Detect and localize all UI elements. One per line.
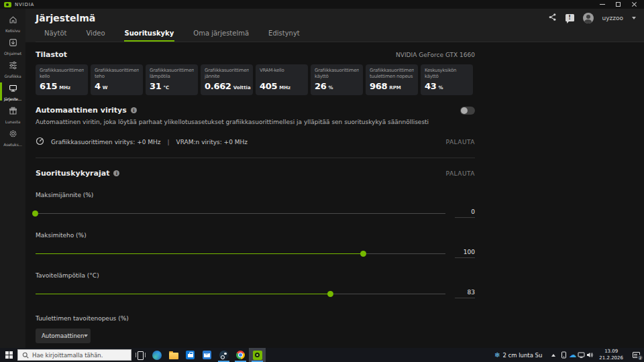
drivers-icon (9, 37, 17, 50)
gpu-name: NVIDIA GeForce GTX 1660 (396, 52, 475, 58)
sidebar-item-drivers[interactable]: Ohjaimet (0, 35, 25, 57)
taskbar-app-nvidia[interactable] (249, 348, 266, 362)
taskbar-app-mail[interactable] (199, 348, 215, 362)
max-power-label: Maksimiteho (%) (36, 232, 475, 239)
taskbar-app-steam[interactable] (215, 348, 232, 362)
clock-time: 13.09 (599, 349, 623, 355)
avatar[interactable] (583, 13, 594, 23)
steam-icon (219, 351, 229, 360)
max-power-slider[interactable] (36, 251, 445, 257)
notification-center-button[interactable]: 2 (628, 348, 644, 362)
auto-tune-toggle[interactable] (460, 107, 475, 115)
auto-tune-title: Automaattinen viritys (36, 106, 127, 115)
home-icon (9, 14, 17, 27)
task-view-button[interactable] (131, 348, 148, 362)
username[interactable]: uyzzoo (602, 15, 624, 21)
taskbar-clock[interactable]: 13.09 21.2.2026 (594, 349, 628, 361)
slider-fill (36, 253, 364, 255)
tray-onedrive-button[interactable] (568, 348, 577, 362)
windows-taskbar: 2 cm lunta Su 13.09 21.2.2026 2 (0, 348, 644, 362)
gift-icon (9, 105, 17, 118)
target-temp-label: Tavoitelämpötila (°C) (36, 272, 475, 279)
stat-card-vram-clock: VRAM-kello 405MHz (256, 64, 308, 95)
minimize-icon[interactable] (600, 4, 605, 5)
window-titlebar: NVIDIA (0, 0, 644, 9)
page-title: Järjestelmä (36, 13, 95, 23)
gauge-icon (36, 137, 44, 147)
max-power-value[interactable]: 100 (455, 249, 475, 258)
toggle-knob (461, 107, 468, 114)
target-temp-value[interactable]: 83 (455, 289, 475, 298)
restore-icon[interactable] (616, 2, 621, 7)
task-view-icon (136, 351, 144, 359)
tray-overflow-button[interactable] (547, 348, 559, 362)
taskbar-app-chrome[interactable] (232, 348, 249, 362)
max-voltage-label: Maksimijännite (%) (36, 192, 475, 198)
folder-icon (169, 353, 178, 359)
fan-speed-dropdown[interactable]: Automaattinen (36, 328, 91, 343)
taskbar-app-edge[interactable] (148, 348, 165, 362)
slider-handle[interactable] (32, 210, 38, 217)
tab-advanced[interactable]: Edistynyt (268, 29, 301, 42)
stat-card-gpu-power: Grafiikkasuorittimen teho 4W (91, 64, 143, 95)
stat-card-gpu-usage: Grafiikkasuorittimen käyttö 26% (311, 64, 363, 95)
tab-my-system[interactable]: Oma järjestelmä (193, 29, 250, 42)
system-monitor-icon (9, 82, 17, 95)
info-icon[interactable] (113, 170, 119, 176)
system-tray: 2 cm lunta Su 13.09 21.2.2026 2 (489, 348, 644, 362)
sidebar-item-graphics[interactable]: Grafiikka (0, 58, 25, 80)
weather-widget[interactable]: 2 cm lunta Su (489, 348, 547, 362)
taskbar-search[interactable] (17, 349, 131, 361)
tab-bar: Näytöt Video Suorituskyky Oma järjestelm… (36, 27, 644, 42)
stats-heading: Tilastot (36, 50, 67, 59)
slider-track (36, 213, 445, 215)
sidebar: Kotisivu Ohjaimet Grafiikka Järjeste... … (0, 9, 25, 348)
gear-icon (9, 128, 17, 141)
mail-icon (203, 351, 211, 359)
tray-device-button[interactable] (559, 348, 568, 362)
tab-video[interactable]: Video (86, 29, 106, 42)
header-band: Järjestelmä uyzzoo Näytöt Video Suoritus… (25, 9, 644, 42)
start-button[interactable] (0, 348, 17, 362)
max-voltage-slider[interactable] (36, 210, 445, 217)
info-icon[interactable] (131, 107, 137, 113)
sidebar-item-settings[interactable]: Asetuks... (0, 126, 25, 148)
target-temp-slider[interactable] (36, 291, 445, 297)
tab-performance[interactable]: Suorituskyky (124, 29, 175, 42)
taskbar-app-store[interactable] (182, 348, 199, 362)
section-divider (36, 158, 475, 158)
chevron-down-icon[interactable] (632, 17, 636, 19)
device-icon (560, 351, 568, 359)
sliders-icon (9, 60, 17, 72)
search-input[interactable] (32, 352, 127, 359)
nvidia-app-icon (253, 351, 262, 360)
fan-speed-label: Tuulettimen tavoitenopeus (%) (36, 315, 475, 322)
stat-card-fan-speed: Grafiikkasuorittimen tuulettimen nopeus … (366, 64, 418, 95)
share-icon[interactable] (548, 11, 557, 24)
taskbar-app-file-explorer[interactable] (165, 348, 182, 362)
sidebar-item-redeem[interactable]: Lunasta (0, 103, 25, 125)
tray-display-button[interactable] (577, 348, 586, 362)
slider-handle[interactable] (327, 291, 333, 297)
stat-card-cpu-usage: Keskusyksikön käyttö 43% (421, 64, 473, 95)
search-icon (22, 349, 29, 361)
store-icon (186, 351, 195, 359)
slider-handle[interactable] (360, 251, 366, 257)
tray-volume-button[interactable] (586, 348, 594, 362)
snowflake-icon (494, 352, 500, 359)
auto-tune-reset-button[interactable]: PALAUTA (446, 139, 475, 145)
chevron-down-icon (84, 335, 88, 337)
nvidia-app-window: NVIDIA Kotisivu Ohjaimet (0, 0, 644, 348)
feedback-icon[interactable] (566, 14, 574, 21)
tab-displays[interactable]: Näytöt (44, 29, 68, 42)
close-icon[interactable] (631, 1, 637, 7)
windows-logo-icon (5, 351, 13, 359)
max-voltage-value[interactable]: 0 (455, 208, 475, 218)
perf-limits-reset-button[interactable]: PALAUTA (446, 170, 475, 177)
weather-text: 2 cm lunta Su (502, 352, 542, 359)
window-title: NVIDIA (15, 2, 34, 7)
stat-card-gpu-voltage: Grafiikkasuorittimen jännite 0.662Voltti… (201, 64, 253, 95)
sidebar-item-system[interactable]: Järjeste... (0, 80, 25, 103)
sidebar-item-home[interactable]: Kotisivu (0, 12, 25, 34)
stat-card-gpu-temp: Grafiikkasuorittimen lämpötila 31°C (146, 64, 198, 95)
